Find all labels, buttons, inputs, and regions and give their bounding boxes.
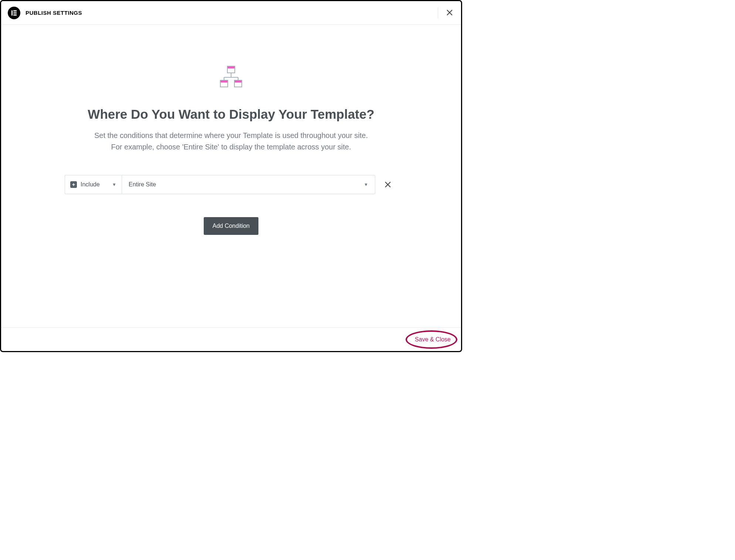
subheading: Set the conditions that determine where … [61, 130, 401, 153]
svg-rect-1 [13, 10, 17, 11]
include-exclude-select[interactable]: + Include ▼ [65, 175, 122, 194]
vertical-divider [438, 7, 438, 18]
dialog-title: PUBLISH SETTINGS [26, 10, 82, 16]
save-and-close-button[interactable]: Save & Close [415, 336, 451, 343]
scope-value: Entire Site [129, 181, 156, 188]
plus-icon: + [70, 181, 77, 188]
header-right [438, 7, 454, 18]
caret-down-icon: ▼ [112, 182, 116, 187]
svg-rect-7 [228, 67, 234, 68]
add-condition-button[interactable]: Add Condition [204, 217, 259, 235]
include-label: Include [81, 181, 108, 188]
dialog-footer: Save & Close [1, 327, 461, 351]
svg-rect-2 [13, 12, 17, 13]
svg-rect-15 [235, 81, 241, 82]
svg-rect-0 [11, 10, 13, 16]
dialog-content: Where Do You Want to Display Your Templa… [1, 25, 461, 235]
main-heading: Where Do You Want to Display Your Templa… [20, 107, 443, 122]
subheading-line1: Set the conditions that determine where … [94, 131, 368, 139]
remove-condition-button[interactable] [378, 175, 397, 194]
svg-rect-13 [221, 81, 227, 82]
subheading-line2: For example, choose 'Entire Site' to dis… [111, 143, 351, 151]
caret-down-icon: ▼ [364, 182, 368, 187]
svg-rect-3 [13, 14, 17, 16]
sitemap-hero-icon [20, 65, 443, 89]
condition-row: + Include ▼ Entire Site ▼ [65, 175, 397, 194]
scope-select[interactable]: Entire Site ▼ [122, 175, 375, 194]
elementor-logo-icon [8, 7, 20, 19]
dialog-header: PUBLISH SETTINGS [1, 1, 461, 25]
close-icon[interactable] [445, 8, 454, 18]
header-left: PUBLISH SETTINGS [8, 7, 82, 19]
